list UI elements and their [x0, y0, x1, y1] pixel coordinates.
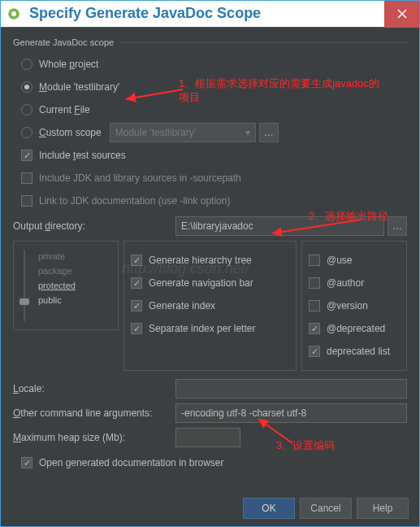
- checkbox-icon: [21, 195, 32, 207]
- visibility-protected: protected: [38, 281, 111, 290]
- visibility-public: public: [38, 295, 111, 305]
- output-dir-label: Output directory:: [13, 220, 175, 232]
- check-label: @author: [327, 277, 364, 289]
- radio-icon: [21, 104, 32, 115]
- radio-whole-project[interactable]: Whole project: [21, 55, 407, 73]
- check-label: @deprecated: [327, 323, 385, 334]
- check-link-jdk[interactable]: Link to JDK documentation (use -link opt…: [21, 192, 407, 210]
- svg-point-1: [11, 11, 16, 16]
- custom-scope-browse[interactable]: …: [259, 123, 279, 142]
- check-sep-index[interactable]: Separate index per letter: [131, 320, 289, 338]
- checkbox-icon: [309, 277, 320, 289]
- checkbox-icon: [309, 255, 320, 266]
- check-open-browser[interactable]: Open generated documentation in browser: [21, 454, 407, 472]
- check-label: Generate navigation bar: [149, 277, 253, 289]
- chevron-down-icon: ▾: [245, 127, 250, 138]
- check-use[interactable]: @use: [309, 251, 400, 269]
- button-bar: OK Cancel Help: [243, 498, 409, 519]
- checkbox-icon: [131, 323, 142, 334]
- check-deplist[interactable]: deprecated list: [309, 342, 400, 360]
- dropdown-value: Module 'testlibrary': [115, 127, 196, 138]
- checkbox-icon: [21, 172, 32, 184]
- heap-label: Maximum heap size (Mb):: [13, 432, 175, 443]
- check-include-tests[interactable]: Include test sources: [21, 146, 407, 164]
- check-label: Separate index per letter: [149, 323, 255, 334]
- checkbox-icon: [131, 255, 142, 266]
- locale-label: Locale:: [13, 383, 175, 394]
- check-label: Open generated documentation in browser: [39, 457, 223, 468]
- checkbox-icon: [21, 457, 32, 468]
- check-author[interactable]: @author: [309, 274, 400, 292]
- visibility-slider[interactable]: private package protected public: [13, 241, 119, 330]
- visibility-package: package: [38, 266, 111, 276]
- radio-label: Module 'testlibrary': [39, 81, 119, 93]
- check-version[interactable]: @version: [309, 297, 400, 315]
- cancel-button[interactable]: Cancel: [300, 498, 352, 519]
- check-deprecated[interactable]: @deprecated: [309, 320, 400, 338]
- dialog-title: Specify Generate JavaDoc Scope: [29, 5, 384, 22]
- check-label: @use: [327, 255, 353, 266]
- check-label: Generate hierarchy tree: [149, 255, 252, 266]
- radio-module[interactable]: Module 'testlibrary': [21, 78, 407, 96]
- checkbox-icon: [131, 300, 142, 311]
- radio-icon: [21, 81, 32, 93]
- generate-options: Generate hierarchy tree Generate navigat…: [123, 241, 297, 371]
- help-button[interactable]: Help: [357, 498, 409, 519]
- ok-button[interactable]: OK: [243, 498, 295, 519]
- radio-icon: [21, 127, 32, 138]
- check-label: Link to JDK documentation (use -link opt…: [39, 195, 230, 207]
- args-input[interactable]: [175, 403, 407, 423]
- checkbox-icon: [309, 346, 320, 357]
- titlebar: Specify Generate JavaDoc Scope: [0, 0, 420, 28]
- checkbox-icon: [309, 323, 320, 334]
- radio-label: Whole project: [39, 59, 98, 70]
- custom-scope-dropdown[interactable]: Module 'testlibrary' ▾: [110, 123, 256, 142]
- heap-input[interactable]: [175, 428, 240, 447]
- radio-custom-scope[interactable]: Custom scope Module 'testlibrary' ▾ …: [21, 124, 407, 142]
- checkbox-icon: [309, 300, 320, 311]
- fieldset-label: Generate JavaDoc scope: [13, 37, 407, 47]
- locale-input[interactable]: [175, 379, 407, 399]
- slider-track: [19, 250, 30, 321]
- check-label: @version: [327, 300, 368, 311]
- checkbox-icon: [131, 277, 142, 289]
- radio-current-file[interactable]: Current File: [21, 101, 407, 119]
- check-include-jdk[interactable]: Include JDK and library sources in -sour…: [21, 169, 407, 187]
- slider-thumb[interactable]: [19, 298, 29, 305]
- radio-label: Current File: [39, 104, 90, 115]
- check-hierarchy[interactable]: Generate hierarchy tree: [131, 251, 289, 269]
- check-label: Include JDK and library sources in -sour…: [39, 172, 241, 184]
- radio-label: Custom scope: [39, 127, 102, 138]
- android-studio-icon: [6, 7, 21, 21]
- radio-icon: [21, 59, 32, 70]
- args-label: Other command line arguments:: [13, 407, 175, 419]
- output-dir-input[interactable]: [175, 216, 384, 236]
- check-label: Include test sources: [39, 150, 126, 161]
- visibility-private: private: [38, 251, 111, 261]
- check-label: Generate index: [149, 300, 215, 311]
- checkbox-icon: [21, 150, 32, 161]
- close-button[interactable]: [384, 0, 420, 28]
- tag-options: @use @author @version @deprecated deprec…: [301, 241, 407, 371]
- check-index[interactable]: Generate index: [131, 297, 289, 315]
- check-navbar[interactable]: Generate navigation bar: [131, 274, 289, 292]
- check-label: deprecated list: [327, 346, 390, 357]
- output-dir-browse[interactable]: …: [388, 216, 407, 236]
